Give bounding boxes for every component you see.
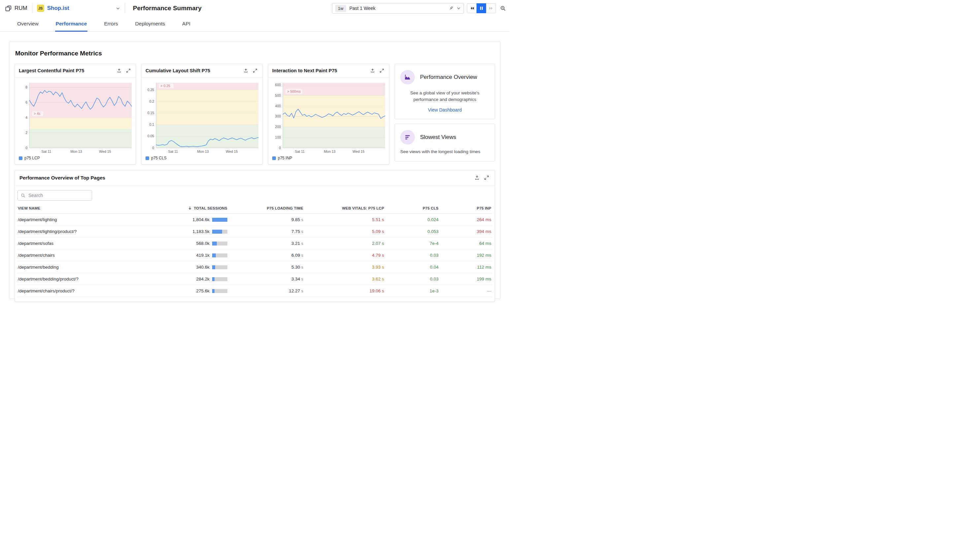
svg-text:0.25: 0.25	[147, 88, 154, 92]
sessions-cell: 1,183.5k	[178, 229, 228, 234]
legend-label: p75 CLS	[151, 156, 167, 160]
chart-card-lcp: Largest Contentful Paint P75 02468Sat 11…	[14, 64, 136, 164]
sessions-value: 340.6k	[196, 265, 210, 270]
tab-overview[interactable]: Overview	[17, 17, 39, 32]
sessions-value: 284.2k	[196, 276, 210, 281]
pause-button[interactable]	[476, 3, 486, 13]
ranked-list-icon	[400, 130, 415, 144]
js-badge-icon: JS	[37, 5, 44, 12]
inp-legend[interactable]: p75 INP	[268, 154, 389, 164]
export-icon	[244, 68, 248, 73]
view-name-cell[interactable]: /department/chairs	[17, 253, 178, 258]
rum-performance-page: RUM JS Shop.ist Performance Summary 1w P…	[0, 0, 509, 299]
sessions-value: 568.0k	[196, 241, 210, 246]
cls-legend[interactable]: p75 CLS	[141, 154, 262, 164]
svg-text:> 500ms: > 500ms	[287, 90, 301, 93]
sessions-bar	[212, 230, 227, 234]
table-row[interactable]: /department/chairs419.1k6.09 s4.79 s0.03…	[17, 250, 492, 261]
table-row[interactable]: /department/chairs/product/?275.6k12.27 …	[17, 285, 492, 297]
table-body: /department/lighting1,804.6k9.85 s5.51 s…	[17, 214, 492, 297]
view-name-cell[interactable]: /department/lighting/product/?	[17, 229, 178, 234]
tab-deployments[interactable]: Deployments	[135, 17, 166, 32]
cls-cell: 0.03	[385, 276, 439, 281]
tab-performance[interactable]: Performance	[55, 17, 88, 32]
export-icon	[475, 175, 480, 180]
rewind-button[interactable]	[467, 3, 477, 13]
fast-forward-button[interactable]	[486, 3, 496, 13]
col-lcp[interactable]: WEB VITALS: P75 LCP	[304, 206, 385, 210]
cls-cell: 0.024	[385, 217, 439, 222]
svg-text:Wed 15: Wed 15	[352, 149, 364, 154]
export-button[interactable]	[116, 67, 123, 74]
page-title: Performance Summary	[133, 5, 202, 12]
cls-cell: 0.04	[385, 265, 439, 270]
svg-text:0: 0	[279, 146, 281, 150]
sessions-bar	[212, 289, 227, 293]
fast-forward-icon	[489, 6, 494, 11]
sessions-cell: 1,804.6k	[178, 217, 228, 222]
metrics-row: Largest Contentful Paint P75 02468Sat 11…	[14, 64, 495, 164]
col-cls[interactable]: P75 CLS	[385, 206, 439, 210]
sessions-cell: 284.2k	[178, 276, 228, 281]
loading-time-cell: 12.27 s	[228, 289, 304, 293]
expand-button[interactable]	[483, 174, 490, 181]
view-name-cell[interactable]: /department/sofas	[17, 241, 178, 246]
svg-text:Wed 15: Wed 15	[99, 149, 111, 154]
export-icon	[117, 68, 121, 73]
tab-errors[interactable]: Errors	[103, 17, 118, 32]
search-input[interactable]	[28, 192, 89, 199]
sessions-cell: 419.1k	[178, 253, 228, 258]
lcp-cell: 3.93 s	[304, 265, 385, 270]
col-inp[interactable]: P75 INP	[439, 206, 492, 210]
cls-chart: 00.050.10.150.20.25Sat 11Mon 13Wed 15> 0…	[141, 78, 262, 154]
table-row[interactable]: /department/bedding340.6k5.30 s3.93 s0.0…	[17, 261, 492, 273]
view-dashboard-link[interactable]: View Dashboard	[428, 107, 462, 113]
svg-text:Sat 11: Sat 11	[168, 149, 178, 154]
zoom-out-button[interactable]	[499, 5, 507, 12]
export-button[interactable]	[242, 67, 249, 74]
loading-time-cell: 3.34 s	[228, 276, 304, 281]
svg-text:> 4s: > 4s	[34, 112, 40, 115]
time-shortcut-chip: 1w	[335, 5, 346, 12]
rum-brand[interactable]: RUM	[5, 5, 27, 12]
sessions-bar	[212, 265, 227, 269]
pin-icon	[449, 6, 453, 11]
view-name-cell[interactable]: /department/bedding	[17, 265, 178, 270]
top-bar: RUM JS Shop.ist Performance Summary 1w P…	[0, 0, 509, 17]
export-button[interactable]	[473, 174, 480, 181]
lcp-cell: 3.62 s	[304, 276, 385, 281]
view-name-cell[interactable]: /department/lighting	[17, 217, 178, 222]
legend-label: p75 LCP	[25, 156, 40, 160]
table-row[interactable]: /department/bedding/product/?284.2k3.34 …	[17, 273, 492, 285]
time-range-picker[interactable]: 1w Past 1 Week	[332, 3, 464, 14]
table-row[interactable]: /department/lighting/product/?1,183.5k7.…	[17, 226, 492, 237]
app-picker[interactable]: JS Shop.ist	[37, 5, 120, 12]
lcp-legend[interactable]: p75 LCP	[15, 154, 136, 164]
tab-api[interactable]: API	[182, 17, 191, 32]
view-name-cell[interactable]: /department/chairs/product/?	[17, 289, 178, 293]
export-button[interactable]	[369, 67, 376, 74]
sessions-bar	[212, 277, 227, 281]
inp-cell: —	[439, 289, 492, 293]
slowest-views-card: Slowest Views See views with the longest…	[395, 124, 495, 161]
inp-cell: 394 ms	[439, 229, 492, 234]
table-row[interactable]: /department/lighting1,804.6k9.85 s5.51 s…	[17, 214, 492, 226]
expand-icon	[126, 68, 131, 73]
search-icon	[21, 193, 25, 198]
rewind-icon	[470, 6, 475, 11]
legend-swatch	[146, 157, 149, 160]
col-view-name[interactable]: VIEW NAME	[17, 206, 178, 210]
expand-button[interactable]	[252, 67, 258, 74]
table-row[interactable]: /department/sofas568.0k3.21 s2.07 s7e-46…	[17, 237, 492, 250]
legend-label: p75 INP	[278, 156, 292, 160]
expand-button[interactable]	[379, 67, 385, 74]
svg-text:0: 0	[152, 146, 154, 150]
chart-card-cls: Cumulative Layout Shift P75 00.050.10.15…	[141, 64, 263, 164]
expand-button[interactable]	[125, 67, 132, 74]
cls-cell: 7e-4	[385, 241, 439, 246]
col-total-sessions[interactable]: TOTAL SESSIONS	[178, 206, 228, 210]
expand-icon	[379, 68, 384, 73]
col-loading-time[interactable]: P75 LOADING TIME	[228, 206, 304, 210]
view-name-cell[interactable]: /department/bedding/product/?	[17, 276, 178, 281]
loading-time-cell: 5.30 s	[228, 265, 304, 270]
